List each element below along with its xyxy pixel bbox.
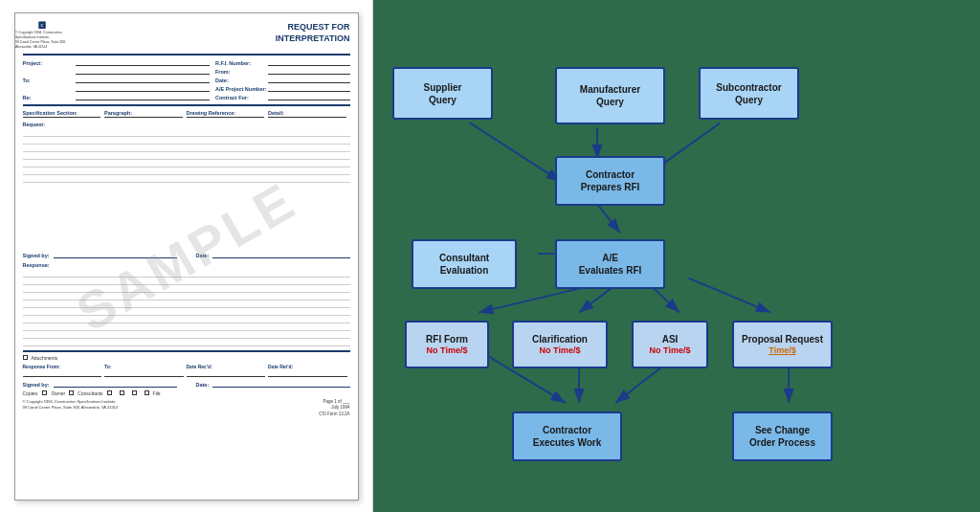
document-fields: Project: R.F.I. Number: From: To: — [23, 59, 350, 100]
response-area: Response: — [23, 262, 350, 346]
project-value — [76, 59, 211, 66]
document-footer: © Copyright 1994, Construction Specifica… — [23, 399, 350, 418]
document-panel: C © Copyright 1994, Construction Specifi… — [0, 0, 373, 512]
blank-row1: From: — [23, 68, 350, 75]
svg-line-7 — [597, 204, 620, 233]
date3-label: Date: — [196, 382, 210, 388]
request-area: Request: — [23, 122, 350, 187]
spec-section-label: Specification Section: — [23, 110, 101, 118]
to-row: To: Date: — [23, 77, 350, 83]
supplier-query-box: SupplierQuery — [392, 67, 493, 120]
document-title: REQUEST FOR INTERPRETATION — [276, 21, 350, 45]
proposal-request-box: Proposal Request Time/$ — [732, 321, 833, 368]
copies-row: Copies: Owner Consultants File — [23, 390, 350, 396]
attachments-row: Attachments — [23, 355, 350, 361]
svg-line-4 — [470, 122, 561, 181]
contract-for-label: Contract For: — [215, 95, 268, 100]
rfi-form-box: RFI Form No Time/$ — [405, 321, 489, 368]
logo-text: © Copyright 1994, Construction Specifica… — [15, 31, 68, 50]
to-label: To: — [23, 78, 76, 83]
middle-spacer — [23, 190, 350, 248]
date-label: Date: — [215, 78, 268, 83]
svg-text:C: C — [40, 22, 43, 27]
re-row: Re: Contract For: — [23, 94, 350, 100]
response-label: Response: — [23, 262, 350, 268]
re-label: Re: — [23, 95, 76, 100]
ae-label: A/E Project Number: — [215, 86, 268, 92]
document-header: C © Copyright 1994, Construction Specifi… — [23, 21, 350, 56]
rfi-flowchart: SupplierQuery ManufacturerQuery Subcontr… — [388, 14, 966, 498]
contractor-prepares-rfi-box: ContractorPrepares RFI — [555, 156, 665, 206]
project-label: Project: — [23, 60, 76, 66]
project-row: Project: R.F.I. Number: — [23, 59, 350, 66]
asi-box: ASI No Time/$ — [632, 321, 708, 368]
attachments-label: Attachments — [32, 355, 58, 361]
blank-row2: A/E Project Number: — [23, 85, 350, 92]
page-info: Page 1 of ___ July 1994 CSI Form 13.2A — [319, 399, 349, 418]
paragraph-label: Paragraph: — [104, 110, 183, 118]
svg-line-12 — [688, 278, 770, 313]
from-label: From: — [215, 69, 268, 75]
bottom-section: Attachments Response From: To: Date Rec'… — [23, 350, 350, 418]
response-lines — [23, 270, 350, 346]
date2-label: Date: — [196, 253, 210, 258]
rfi-value — [268, 59, 350, 66]
copyright-text: © Copyright 1994, Construction Specifica… — [23, 399, 119, 418]
subcontractor-query-box: SubcontractorQuery — [699, 67, 799, 120]
rfi-label: R.F.I. Number: — [215, 60, 268, 66]
flowchart-panel: SupplierQuery ManufacturerQuery Subcontr… — [373, 0, 980, 512]
contractor-executes-box: ContractorExecutes Work — [512, 412, 622, 461]
response-from-row: Response From: To: Date Rec'd: Date Ret'… — [23, 364, 350, 377]
signed-row-1: Signed by: Date: — [23, 251, 350, 258]
logo-svg: C — [32, 21, 53, 29]
consultant-evaluation-box: ConsultantEvaluation — [412, 239, 517, 289]
csi-logo: C © Copyright 1994, Construction Specifi… — [23, 21, 61, 50]
spec-row: Specification Section: Paragraph: Drawin… — [23, 110, 350, 118]
ae-evaluates-rfi-box: A/EEvaluates RFI — [555, 239, 665, 289]
rfi-number-group: R.F.I. Number: — [215, 59, 350, 66]
signed-by-label: Signed by: — [23, 253, 50, 258]
signed-row-2: Signed by: Date: — [23, 380, 350, 388]
divider-1 — [23, 104, 350, 106]
see-change-order-box: See ChangeOrder Process — [732, 412, 833, 461]
request-label: Request: — [23, 122, 350, 127]
request-lines — [23, 129, 350, 187]
rfi-document: C © Copyright 1994, Construction Specifi… — [14, 12, 359, 501]
signed-by2-label: Signed by: — [23, 382, 50, 388]
detail-label: Detail: — [268, 110, 346, 118]
drawing-ref-label: Drawing Reference: — [187, 110, 265, 118]
clarification-box: Clarification No Time/$ — [512, 321, 608, 368]
manufacturer-query-box: ManufacturerQuery — [555, 67, 665, 124]
